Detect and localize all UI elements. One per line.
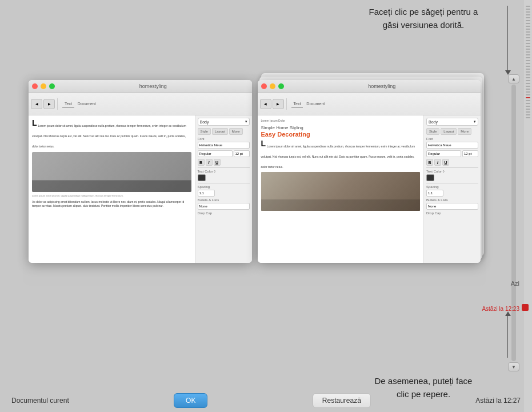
right-toolbar: ◀ ▶ Text Document bbox=[258, 93, 481, 115]
timeline-down-btn[interactable]: ▼ bbox=[508, 362, 519, 371]
drop-cap-left: L bbox=[32, 119, 37, 127]
version-line-39 bbox=[526, 114, 530, 115]
left-toolbar: ◀ ▶ Text Document bbox=[29, 93, 252, 115]
close-button-right[interactable] bbox=[261, 83, 267, 89]
top-annotation: Faceți clic pe săgeți pentru a găsi vers… bbox=[349, 6, 498, 31]
right-sidebar-panel: Body ▾ Style Layout More Font Helvetica … bbox=[423, 115, 481, 263]
version-line-21 bbox=[526, 63, 530, 64]
toolbar-btn-r2[interactable]: ▶ bbox=[273, 99, 284, 109]
spacing-spinner-right[interactable]: 1.1 bbox=[426, 190, 443, 197]
right-header-text: Lorem Ipsum Dolor bbox=[261, 119, 421, 123]
minimize-button-right[interactable] bbox=[270, 83, 275, 89]
color-swatch-left[interactable] bbox=[198, 174, 206, 181]
left-text-area: L Lorem ipsum dolor sit amet, ligula sus… bbox=[29, 115, 195, 263]
italic-btn-right[interactable]: I bbox=[434, 159, 441, 166]
version-line-2 bbox=[526, 9, 530, 10]
style-tab-right[interactable]: Style bbox=[426, 128, 439, 135]
astazi-dot bbox=[522, 304, 529, 311]
panel-divider-left bbox=[198, 167, 250, 168]
left-caption: Lorem ipsum dolor sit amet. Ligula suspe… bbox=[32, 194, 191, 198]
toolbar-btn-r1[interactable]: ◀ bbox=[260, 99, 271, 109]
version-line-29 bbox=[526, 86, 530, 87]
left-title-bar: homestyling bbox=[29, 80, 252, 93]
font-style-field-right[interactable]: Regular bbox=[426, 150, 461, 157]
tab-text-left[interactable]: Text bbox=[62, 101, 74, 107]
panel-tabs-right: Style Layout More bbox=[426, 128, 478, 135]
text-color-label-left: Text Color ◊ bbox=[198, 170, 250, 173]
version-line-15 bbox=[526, 46, 530, 47]
right-document-stack: homestyling ◀ ▶ Text Document bbox=[258, 80, 481, 263]
body-select-right[interactable]: Body ▾ bbox=[426, 118, 478, 126]
font-style-row-left: Regular 12 pt bbox=[198, 150, 250, 157]
right-document-window: homestyling ◀ ▶ Text Document bbox=[258, 80, 481, 263]
left-window-title: homestyling bbox=[58, 83, 249, 89]
timeline-up-btn[interactable]: ▲ bbox=[508, 74, 519, 83]
tab-document-right[interactable]: Document bbox=[304, 101, 327, 107]
text-format-row-left: B I U bbox=[198, 159, 250, 166]
font-style-field-left[interactable]: Regular bbox=[198, 150, 233, 157]
bullets-row-left: None bbox=[198, 203, 250, 210]
version-line-3 bbox=[526, 11, 530, 13]
bold-btn-right[interactable]: B bbox=[426, 159, 433, 166]
version-line-14 bbox=[526, 43, 530, 44]
version-line-8 bbox=[526, 26, 530, 27]
arrow-line-bottom bbox=[507, 312, 508, 358]
tab-document-left[interactable]: Document bbox=[75, 101, 98, 107]
font-name-field-right[interactable]: Helvetica Neue bbox=[426, 142, 478, 149]
color-swatch-right[interactable] bbox=[426, 174, 434, 181]
version-line-11 bbox=[526, 34, 530, 35]
more-tab-left[interactable]: More bbox=[229, 128, 243, 135]
ok-button[interactable]: OK bbox=[174, 393, 207, 408]
spacing-spinner-left[interactable]: 1.1 bbox=[198, 190, 215, 197]
drop-cap-label-right: Drop Cap bbox=[426, 211, 478, 215]
minimize-button[interactable] bbox=[41, 83, 46, 89]
style-tab-left[interactable]: Style bbox=[198, 128, 211, 135]
font-size-field-right[interactable]: 12 pt bbox=[462, 150, 478, 157]
toolbar-btn-1[interactable]: ◀ bbox=[31, 99, 42, 109]
font-name-field-left[interactable]: Helvetica Neue bbox=[198, 142, 250, 149]
toolbar-divider-1 bbox=[57, 98, 58, 110]
version-line-25 bbox=[526, 74, 530, 75]
bullets-row-right: None bbox=[426, 203, 478, 210]
underline-btn-right[interactable]: U bbox=[442, 159, 449, 166]
astazi-label[interactable]: Astăzi la 12:23 bbox=[482, 306, 519, 312]
maximize-button[interactable] bbox=[49, 83, 55, 89]
version-line-27 bbox=[526, 80, 530, 81]
left-toolbar-tabs: Text Document bbox=[62, 101, 98, 107]
version-line-highlight[interactable] bbox=[526, 97, 530, 98]
font-size-field-left[interactable]: 12 pt bbox=[234, 150, 250, 157]
spacing-row-right: 1.1 bbox=[426, 190, 478, 197]
spacing-label-left: Spacing bbox=[198, 185, 250, 189]
version-line-5 bbox=[526, 17, 530, 18]
image-overlay bbox=[32, 181, 191, 192]
bullets-field-left[interactable]: None bbox=[198, 203, 250, 210]
maximize-button-right[interactable] bbox=[278, 83, 284, 89]
version-line-12 bbox=[526, 37, 530, 38]
layout-tab-left[interactable]: Layout bbox=[212, 128, 228, 135]
version-line-40 bbox=[526, 117, 530, 118]
font-label-left: Font bbox=[198, 137, 250, 141]
more-tab-right[interactable]: More bbox=[458, 128, 471, 135]
version-line-26 bbox=[526, 77, 530, 78]
body-select-left[interactable]: Body ▾ bbox=[198, 118, 250, 126]
layout-tab-right[interactable]: Layout bbox=[441, 128, 457, 135]
underline-btn-left[interactable]: U bbox=[214, 159, 221, 166]
drop-cap-right: L bbox=[261, 139, 266, 147]
version-line-32 bbox=[526, 94, 530, 95]
right-room-image bbox=[261, 172, 421, 211]
toolbar-btn-2[interactable]: ▶ bbox=[43, 99, 55, 109]
bold-btn-left[interactable]: B bbox=[198, 159, 205, 166]
close-button[interactable] bbox=[32, 83, 38, 89]
tab-text-right[interactable]: Text bbox=[291, 101, 303, 107]
version-line-34 bbox=[526, 100, 530, 101]
spacing-row-left: 1.1 bbox=[198, 190, 250, 197]
bullets-field-right[interactable]: None bbox=[426, 203, 478, 210]
italic-btn-left[interactable]: I bbox=[206, 159, 213, 166]
version-line-31 bbox=[526, 91, 530, 93]
bottom-annotation: De asemenea, puteți face clic pe repere. bbox=[349, 375, 498, 401]
version-line-28 bbox=[526, 83, 530, 84]
right-image-overlay bbox=[261, 199, 421, 211]
version-line-23 bbox=[526, 69, 530, 70]
azi-label: Azi bbox=[511, 280, 519, 287]
font-label-right: Font bbox=[426, 137, 478, 141]
